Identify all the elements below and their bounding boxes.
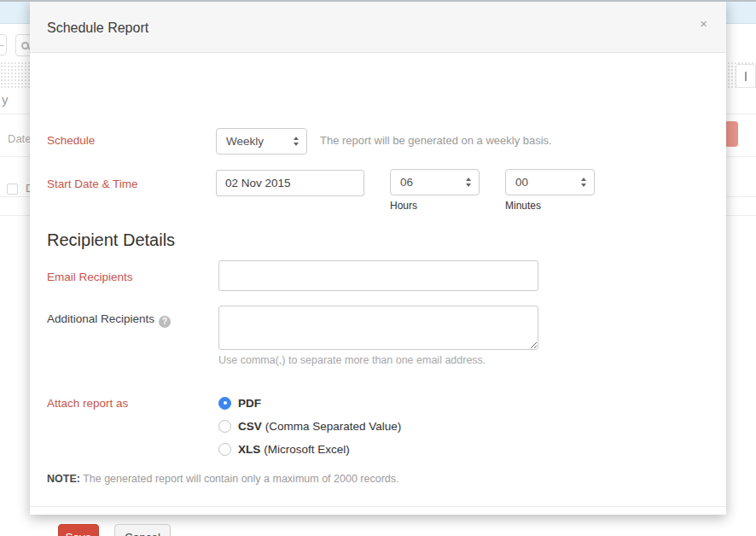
select-arrows-icon: [294, 137, 299, 146]
screen: – y Date D Schedule Report × Schedule We…: [0, 0, 756, 536]
radio-button[interactable]: [218, 443, 231, 456]
modal-header: Schedule Report ×: [30, 0, 726, 53]
schedule-help-text: The report will be generated on a weekly…: [320, 134, 552, 147]
note-text: NOTE: The generated report will contain …: [47, 473, 398, 485]
hours-label: Hours: [390, 200, 417, 212]
email-recipients-label: Email Recipients: [47, 271, 133, 283]
attach-option-pdf[interactable]: PDF: [218, 395, 265, 411]
attach-option-desc: (Microsoft Excel): [264, 443, 350, 456]
help-icon[interactable]: ?: [159, 316, 171, 328]
select-arrows-icon: [466, 178, 471, 187]
attach-option-name: XLS: [238, 443, 260, 456]
additional-recipients-textarea[interactable]: [218, 306, 538, 350]
note-label: NOTE:: [47, 473, 80, 485]
recipient-details-heading: Recipient Details: [47, 230, 175, 250]
modal-title: Schedule Report: [47, 20, 148, 36]
hours-select[interactable]: 06: [390, 169, 480, 195]
attach-option-name: CSV: [238, 420, 262, 433]
schedule-label: Schedule: [47, 134, 95, 147]
select-arrows-icon: [581, 178, 586, 187]
attach-option-name: PDF: [238, 397, 261, 410]
recipients-hint: Use comma(,) to separate more than one e…: [218, 354, 486, 366]
start-date-input[interactable]: [216, 170, 364, 196]
email-recipients-input[interactable]: [218, 260, 538, 291]
cancel-button[interactable]: Cancel: [114, 524, 171, 536]
schedule-report-modal: Schedule Report × Schedule Weekly The re…: [30, 0, 726, 515]
note-body: The generated report will contain only a…: [83, 473, 398, 485]
save-button[interactable]: Save: [58, 524, 99, 536]
footer-divider: [30, 506, 726, 507]
start-date-time-label: Start Date & Time: [47, 178, 138, 190]
minutes-select[interactable]: 00: [505, 169, 595, 195]
attach-option-csv[interactable]: CSV (Comma Separated Value): [218, 418, 401, 434]
schedule-select[interactable]: Weekly: [216, 128, 307, 154]
radio-button[interactable]: [218, 420, 231, 433]
additional-recipients-label: Additional Recipients?: [47, 312, 171, 328]
hours-select-value: 06: [400, 176, 413, 189]
close-icon[interactable]: ×: [700, 17, 707, 30]
attach-option-xls[interactable]: XLS (Microsoft Excel): [218, 441, 350, 457]
minutes-label: Minutes: [505, 200, 541, 212]
attach-report-as-label: Attach report as: [47, 397, 128, 410]
additional-recipients-text: Additional Recipients: [47, 312, 154, 325]
schedule-select-value: Weekly: [226, 135, 264, 148]
modal-body: Schedule Weekly The report will be gener…: [30, 53, 726, 515]
attach-option-desc: (Comma Separated Value): [265, 420, 402, 433]
minutes-select-value: 00: [515, 176, 528, 189]
radio-button[interactable]: [218, 397, 231, 410]
window-top-edge: [0, 0, 756, 2]
